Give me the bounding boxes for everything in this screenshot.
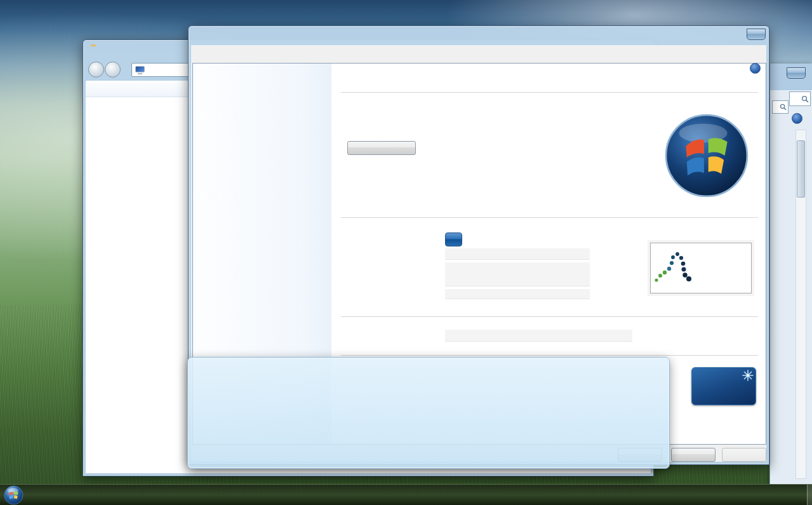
deepin-swirl-icon [652, 247, 694, 288]
sparkle-icon [742, 369, 754, 382]
deepin-logo [650, 243, 752, 293]
section-computer-name [336, 316, 758, 318]
close-icon[interactable] [747, 29, 766, 40]
wei-score-badge [445, 232, 462, 246]
desktop [0, 0, 812, 505]
search-icon [780, 104, 787, 111]
section-system [336, 217, 758, 219]
back-button[interactable] [88, 62, 104, 77]
help-icon[interactable] [792, 113, 802, 124]
scrollbar-thumb[interactable] [797, 140, 805, 198]
search-icon [801, 95, 809, 103]
search-input[interactable] [772, 100, 789, 114]
computer-icon [135, 66, 145, 74]
cancel-button[interactable] [671, 448, 715, 462]
start-button[interactable] [4, 485, 23, 505]
search-input[interactable] [789, 91, 811, 106]
forward-button[interactable] [105, 62, 121, 77]
help-icon[interactable] [750, 63, 761, 74]
section-activation [336, 355, 758, 356]
close-icon[interactable] [787, 67, 806, 79]
apply-button[interactable] [722, 448, 766, 462]
background-window-edge [769, 64, 812, 484]
taskbar-thumbnails-flyout [187, 357, 670, 469]
show-desktop-button[interactable] [807, 485, 812, 505]
support-info-button[interactable] [347, 141, 416, 155]
section-windows-version [336, 92, 758, 93]
taskbar [0, 484, 812, 505]
genuine-software-badge[interactable] [691, 367, 756, 405]
scrollbar[interactable] [795, 130, 806, 479]
windows-logo [663, 112, 750, 199]
